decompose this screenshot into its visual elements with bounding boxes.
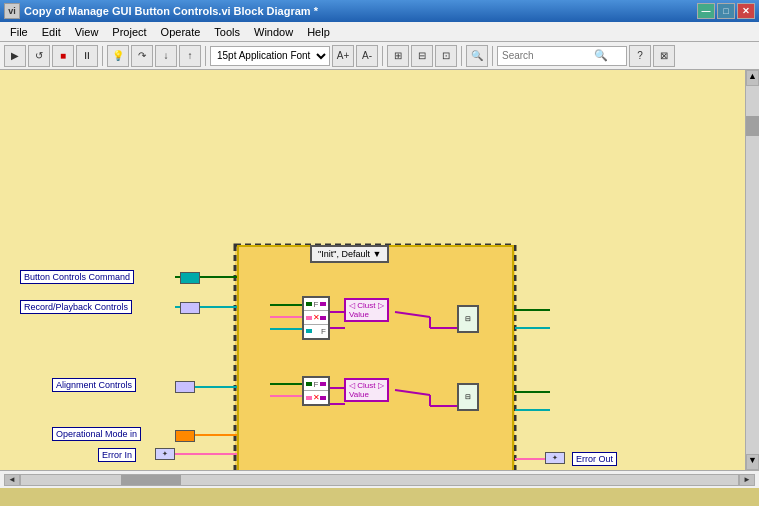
svg-line-25 [395,390,430,395]
align-ctrl-label: Alignment Controls [52,378,136,392]
menu-edit[interactable]: Edit [36,24,67,40]
op-mode-in-label: Operational Mode in [52,427,141,441]
menu-view[interactable]: View [69,24,105,40]
search-box[interactable]: 🔍 [497,46,627,66]
case-selector[interactable]: "Init", Default ▼ [310,245,389,263]
distribute-button[interactable]: ⊟ [411,45,433,67]
rec-ctrl-label: Record/Playback Controls [20,300,132,314]
menu-window[interactable]: Window [248,24,299,40]
font-size-up[interactable]: A+ [332,45,354,67]
zoom-button[interactable]: 🔍 [466,45,488,67]
bundle-node-1: F ✕ F [302,296,330,340]
vertical-scrollbar[interactable]: ▲ ▼ [745,70,759,470]
search-input[interactable] [502,50,592,61]
font-size-down[interactable]: A- [356,45,378,67]
menu-help[interactable]: Help [301,24,336,40]
align-button[interactable]: ⊞ [387,45,409,67]
cluster-box-2: ◁ Clust ▷ Value [344,378,389,402]
maximize-button[interactable]: □ [717,3,735,19]
sep4 [461,46,462,66]
right-connector-1: ⊟ [457,305,479,333]
status-bar: ◄ ► [0,470,759,488]
scroll-down-button[interactable]: ▼ [746,454,759,470]
svg-rect-12 [238,246,513,470]
case-selector-label: "Init", Default ▼ [318,249,381,259]
horizontal-scrollbar[interactable] [20,474,739,486]
context-help-button[interactable]: ⊠ [653,45,675,67]
menu-project[interactable]: Project [106,24,152,40]
title-bar: vi Copy of Manage GUI Button Controls.vi… [0,0,759,22]
minimize-button[interactable]: — [697,3,715,19]
scroll-right-button[interactable]: ► [739,474,755,486]
close-button[interactable]: ✕ [737,3,755,19]
menu-bar: File Edit View Project Operate Tools Win… [0,22,759,42]
sep1 [102,46,103,66]
app-icon: vi [4,3,20,19]
cluster-label-2: ◁ Clust ▷ [349,381,384,390]
err-out-terminal: ✦ [545,452,565,464]
highlight-button[interactable]: 💡 [107,45,129,67]
scroll-left-button[interactable]: ◄ [4,474,20,486]
sep3 [382,46,383,66]
run-cont-button[interactable]: ↺ [28,45,50,67]
err-in-label: Error In [98,448,136,462]
menu-operate[interactable]: Operate [155,24,207,40]
btn-ctrl-label: Button Controls Command [20,270,134,284]
pause-button[interactable]: ⏸ [76,45,98,67]
scroll-up-button[interactable]: ▲ [746,70,759,86]
err-in-terminal: ✦ [155,448,175,460]
align-ctrl-terminal [175,381,195,393]
cluster-box-1: ◁ Clust ▷ Value [344,298,389,322]
step-out-button[interactable]: ↑ [179,45,201,67]
menu-file[interactable]: File [4,24,34,40]
btn-ctrl-terminal [180,272,200,284]
right-connector-2: ⊟ [457,383,479,411]
value-label-1: Value [349,310,384,319]
font-select[interactable]: 15pt Application Font [210,46,330,66]
step-over-button[interactable]: ↷ [131,45,153,67]
help-button[interactable]: ? [629,45,651,67]
block-diagram-canvas[interactable]: "Init", Default ▼ Button Controls Comman… [0,70,759,470]
run-button[interactable]: ▶ [4,45,26,67]
resize-button[interactable]: ⊡ [435,45,457,67]
err-out-label: Error Out [572,452,617,466]
step-into-button[interactable]: ↓ [155,45,177,67]
window-title: Copy of Manage GUI Button Controls.vi Bl… [24,5,318,17]
scroll-thumb-h[interactable] [121,475,181,485]
svg-line-22 [395,312,430,317]
bundle-node-2: F ✕ [302,376,330,406]
search-icon: 🔍 [594,49,608,62]
value-label-2: Value [349,390,384,399]
sep2 [205,46,206,66]
sep5 [492,46,493,66]
toolbar: ▶ ↺ ■ ⏸ 💡 ↷ ↓ ↑ 15pt Application Font A+… [0,42,759,70]
rec-ctrl-terminal [180,302,200,314]
svg-rect-0 [235,245,515,470]
op-mode-in-terminal [175,430,195,442]
cluster-label-1: ◁ Clust ▷ [349,301,384,310]
menu-tools[interactable]: Tools [208,24,246,40]
abort-button[interactable]: ■ [52,45,74,67]
scroll-thumb-v[interactable] [746,116,759,136]
